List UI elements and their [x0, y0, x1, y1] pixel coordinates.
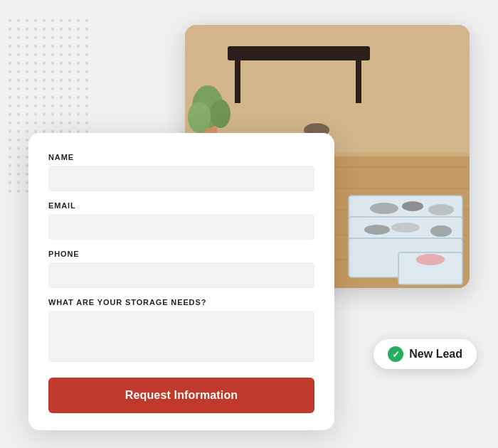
phone-field-group: PHONE: [48, 250, 314, 288]
form-inner: NAME EMAIL PHONE WHAT ARE YOUR STORAGE N…: [28, 133, 334, 430]
name-input[interactable]: [48, 166, 314, 191]
badge-text: New Lead: [409, 348, 462, 361]
form-card: NAME EMAIL PHONE WHAT ARE YOUR STORAGE N…: [28, 133, 334, 430]
phone-label: PHONE: [48, 250, 314, 258]
storage-textarea[interactable]: [48, 311, 314, 362]
svg-point-16: [391, 223, 420, 233]
storage-field-group: WHAT ARE YOUR STORAGE NEEDS?: [48, 298, 314, 365]
svg-rect-30: [228, 46, 370, 60]
new-lead-badge: New Lead: [374, 339, 477, 369]
phone-input[interactable]: [48, 262, 314, 288]
name-field-group: NAME: [48, 153, 314, 191]
svg-point-12: [370, 203, 398, 214]
email-input[interactable]: [48, 214, 314, 240]
svg-point-14: [428, 204, 454, 215]
name-label: NAME: [48, 153, 314, 161]
storage-label: WHAT ARE YOUR STORAGE NEEDS?: [48, 298, 314, 306]
email-label: EMAIL: [48, 201, 314, 210]
svg-rect-31: [235, 60, 240, 103]
scene: NAME EMAIL PHONE WHAT ARE YOUR STORAGE N…: [28, 18, 470, 430]
submit-button[interactable]: Request Information: [48, 378, 314, 413]
svg-point-17: [430, 225, 452, 237]
email-field-group: EMAIL: [48, 201, 314, 240]
check-icon: [388, 346, 403, 362]
svg-rect-32: [356, 60, 361, 103]
svg-point-15: [364, 225, 390, 235]
svg-point-13: [402, 201, 423, 211]
svg-point-34: [416, 254, 445, 265]
